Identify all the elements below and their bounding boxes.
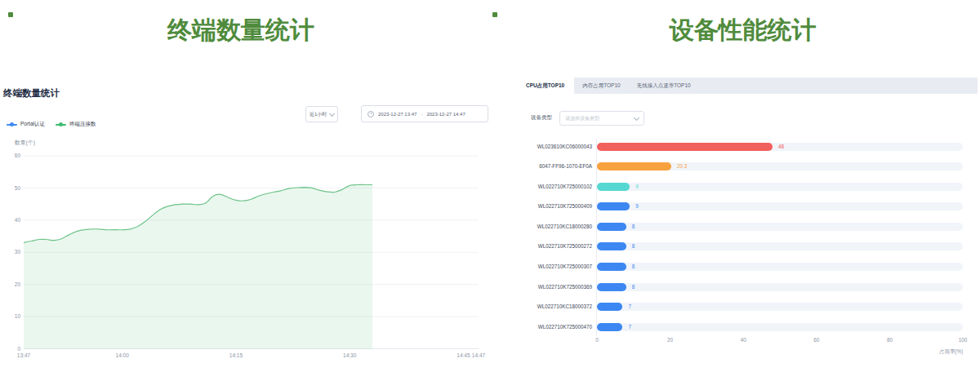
device-performance-panel: CPU占用TOP10 内存占用TOP10 无线接入点速率TOP10 设备类型 请… — [516, 0, 978, 372]
y-tick-label: 20 — [15, 281, 21, 287]
device-type-placeholder: 请选择设备类型 — [565, 115, 599, 122]
bar — [597, 242, 626, 250]
x-tick-label: 14:45 — [457, 352, 470, 358]
bar — [597, 162, 671, 170]
bar — [597, 143, 773, 151]
bar — [597, 202, 630, 210]
x-tick-label: 14:47 — [472, 352, 486, 358]
y-tick-label: 60 — [15, 153, 21, 158]
bar-x-tick-label: 80 — [887, 337, 893, 343]
bar-track — [597, 242, 963, 250]
bar — [597, 223, 626, 231]
y-tick-label: 10 — [15, 313, 21, 319]
device-label: WL023610KC06000043 — [516, 143, 592, 151]
bar — [597, 303, 622, 311]
dashboard-page: { "titles": { "left": "终端数量统计", "right":… — [0, 0, 980, 372]
device-label: WL022710K725000102 — [516, 183, 592, 191]
device-label: WL022710K725000307 — [516, 263, 592, 271]
series-area-fill — [24, 184, 372, 348]
device-label: WL022710K725000409 — [516, 202, 592, 210]
bar — [597, 323, 622, 331]
bar-track — [597, 303, 963, 311]
bar-track — [597, 323, 963, 331]
tab-wireless-ap-rate-top10[interactable]: 无线接入点速率TOP10 — [629, 78, 699, 94]
x-tick-label: 14:15 — [229, 352, 243, 358]
bar-x-tick-label: 60 — [813, 337, 819, 343]
bar-value: 9 — [635, 183, 639, 191]
bar — [597, 183, 630, 191]
bar-track — [597, 183, 963, 191]
tab-memory-top10[interactable]: 内存占用TOP10 — [574, 78, 628, 94]
terminal-count-panel: 终端数量统计 近1小时 2023-12-27 13:47 - 2023-12-2… — [0, 0, 498, 372]
terminal-count-line-chart: 010203040506013:4714:0014:1514:3014:4514… — [0, 0, 498, 372]
device-label: WL022710K725000470 — [516, 323, 592, 331]
y-tick-label: 50 — [15, 185, 21, 191]
bar-track — [597, 223, 963, 231]
x-tick-label: 14:00 — [116, 352, 130, 358]
bar-x-tick-label: 40 — [741, 337, 746, 343]
bar-track — [597, 283, 963, 291]
y-tick-label: 30 — [15, 249, 21, 255]
device-label: WL022710K725000272 — [516, 242, 592, 250]
device-label: WL022710K725000369 — [516, 283, 592, 291]
bar-x-tick-label: 100 — [959, 337, 968, 343]
bar-x-tick-label: 0 — [595, 337, 599, 343]
bar-value: 8 — [632, 223, 635, 231]
bar-x-tick-label: 20 — [667, 337, 673, 343]
bar — [597, 283, 626, 291]
bar — [597, 263, 626, 271]
device-type-label: 设备类型 — [531, 114, 552, 122]
device-label: WL022710KC18000372 — [516, 303, 592, 311]
y-tick-label: 40 — [15, 217, 21, 223]
x-tick-label: 14:30 — [343, 352, 357, 358]
x-tick-label: 13:47 — [17, 352, 31, 358]
device-label: 6047-FF96-1070-EF0A — [516, 162, 592, 170]
performance-tabbar: CPU占用TOP10 内存占用TOP10 无线接入点速率TOP10 — [516, 78, 978, 94]
bar-track — [597, 202, 963, 210]
bar-value: 20.3 — [677, 162, 687, 170]
device-type-select[interactable]: 请选择设备类型 — [559, 111, 644, 126]
bar-x-axis-label: 占用率(%) — [889, 348, 963, 356]
device-label: WL022710KC18000280 — [516, 223, 592, 231]
chevron-down-icon — [634, 114, 639, 120]
tab-cpu-top10[interactable]: CPU占用TOP10 — [516, 78, 574, 94]
bar-value: 8 — [632, 263, 635, 271]
bar-value: 8 — [632, 283, 635, 291]
bar-value: 48 — [778, 143, 784, 151]
y-tick-label: 0 — [17, 346, 20, 352]
bar-value: 8 — [632, 242, 635, 250]
bar-value: 9 — [635, 202, 639, 210]
bar-value: 7 — [628, 323, 631, 331]
bar-value: 7 — [628, 303, 631, 311]
bar-track — [597, 263, 963, 271]
